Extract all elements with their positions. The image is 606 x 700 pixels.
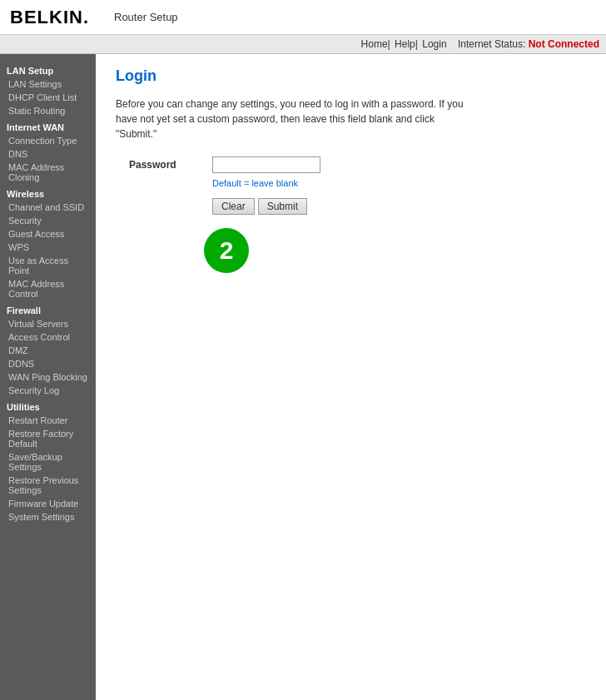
sidebar-link-2-5[interactable]: MAC Address Control — [0, 277, 96, 300]
sidebar-link-4-1[interactable]: Restore Factory Default — [0, 427, 96, 450]
help-link[interactable]: Help — [395, 38, 415, 50]
password-row: Password — [129, 156, 586, 173]
clear-button[interactable]: Clear — [212, 198, 255, 215]
password-label: Password — [129, 159, 212, 171]
sidebar-link-4-3[interactable]: Restore Previous Settings — [0, 474, 96, 497]
button-row: Clear Submit — [212, 198, 586, 215]
submit-button[interactable]: Submit — [258, 198, 307, 215]
sidebar-section-title-1: Internet WAN — [0, 117, 96, 134]
sidebar-link-2-0[interactable]: Channel and SSID — [0, 201, 96, 214]
main-content: Login Before you can change any settings… — [96, 54, 606, 700]
sidebar-link-3-2[interactable]: DMZ — [0, 344, 96, 357]
sidebar-link-4-2[interactable]: Save/Backup Settings — [0, 450, 96, 474]
home-link[interactable]: Home — [361, 38, 388, 50]
internet-status-label: Internet Status: — [458, 38, 525, 50]
sidebar-link-0-2[interactable]: Static Routing — [0, 104, 96, 117]
sidebar-link-2-3[interactable]: WPS — [0, 241, 96, 254]
page-title: Login — [116, 67, 586, 85]
sidebar-link-3-3[interactable]: DDNS — [0, 357, 96, 370]
sidebar-link-3-0[interactable]: Virtual Servers — [0, 317, 96, 330]
sidebar-link-4-5[interactable]: System Settings — [0, 510, 96, 524]
sidebar-link-2-2[interactable]: Guest Access — [0, 227, 96, 241]
description-text: Before you can change any settings, you … — [116, 97, 465, 141]
sidebar-link-0-1[interactable]: DHCP Client List — [0, 91, 96, 104]
sidebar-link-1-0[interactable]: Connection Type — [0, 134, 96, 147]
sidebar-section-title-0: LAN Setup — [0, 61, 96, 77]
password-input[interactable] — [212, 156, 320, 173]
sidebar-section-title-4: Utilities — [0, 397, 96, 414]
sidebar-link-1-2[interactable]: MAC Address Cloning — [0, 161, 96, 184]
default-hint-link[interactable]: Default = leave blank — [212, 178, 586, 188]
belkin-logo: BELKIN. — [10, 7, 89, 28]
sidebar-link-0-0[interactable]: LAN Settings — [0, 77, 96, 91]
internet-status-value: Not Connected — [529, 38, 599, 50]
sidebar-link-2-1[interactable]: Security — [0, 214, 96, 227]
sidebar-section-title-3: Firewall — [0, 300, 96, 317]
login-form: Password Default = leave blank Clear Sub… — [129, 156, 586, 273]
sidebar-link-3-4[interactable]: WAN Ping Blocking — [0, 370, 96, 384]
step-badge: 2 — [204, 228, 249, 273]
sidebar: LAN SetupLAN SettingsDHCP Client ListSta… — [0, 54, 96, 700]
sidebar-link-3-5[interactable]: Security Log — [0, 384, 96, 397]
router-setup-label: Router Setup — [114, 11, 178, 23]
sidebar-link-3-1[interactable]: Access Control — [0, 330, 96, 344]
sidebar-link-4-4[interactable]: Firmware Update — [0, 497, 96, 510]
sidebar-section-title-2: Wireless — [0, 184, 96, 201]
sidebar-link-2-4[interactable]: Use as Access Point — [0, 254, 96, 277]
sidebar-link-4-0[interactable]: Restart Router — [0, 414, 96, 427]
login-link[interactable]: Login — [422, 38, 446, 50]
top-nav-bar: Home| Help| Login Internet Status: Not C… — [0, 35, 606, 54]
sidebar-link-1-1[interactable]: DNS — [0, 147, 96, 161]
